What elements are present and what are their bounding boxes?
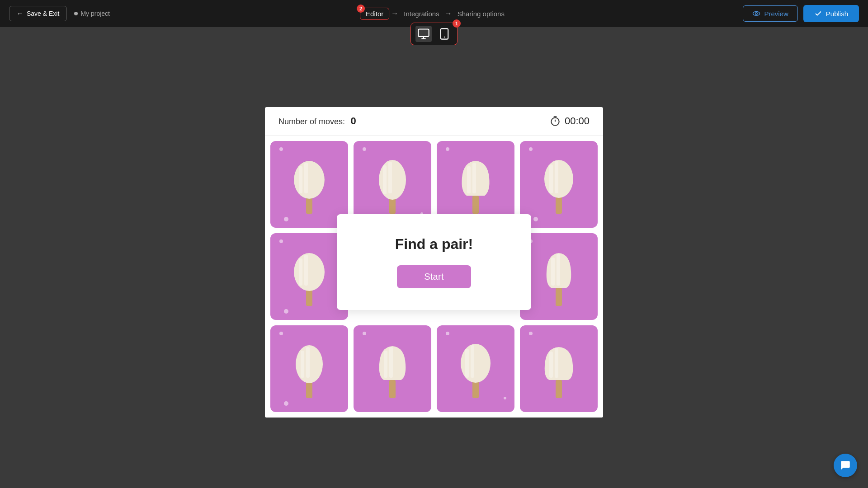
svg-rect-2 [418, 29, 429, 37]
timer-icon [549, 115, 561, 127]
svg-rect-21 [467, 166, 471, 193]
svg-rect-38 [389, 380, 396, 398]
svg-rect-22 [472, 163, 476, 193]
svg-rect-36 [301, 351, 304, 378]
nav-step-integrations[interactable]: Integrations [400, 8, 443, 19]
card-cell-9[interactable] [270, 325, 348, 412]
dot-decoration [284, 401, 288, 406]
find-pair-modal: Find a pair! Start [337, 214, 531, 310]
popsicle-icon [372, 337, 413, 400]
svg-rect-19 [388, 162, 392, 193]
topbar-center: 2 Editor → Integrations → Sharing option… [360, 8, 508, 20]
start-button[interactable]: Start [397, 265, 471, 288]
nav-step-sharing[interactable]: Sharing options [454, 8, 508, 19]
svg-point-24 [544, 160, 573, 198]
popsicle-icon [538, 337, 579, 400]
dot-decoration [279, 147, 283, 151]
svg-rect-32 [551, 258, 555, 286]
svg-rect-31 [556, 288, 562, 306]
timer-section: 00:00 [549, 115, 590, 127]
project-name: My project [74, 10, 110, 17]
svg-rect-23 [556, 196, 562, 214]
eye-icon [752, 9, 760, 18]
desktop-icon [417, 28, 430, 40]
nav-arrow-2: → [445, 9, 452, 18]
svg-rect-45 [556, 380, 562, 398]
device-switcher: 1 [410, 23, 458, 45]
publish-label: Publish [826, 10, 848, 18]
svg-rect-37 [306, 347, 310, 378]
popsicle-icon [455, 337, 496, 400]
svg-point-42 [461, 344, 491, 383]
topbar-left: ← Save & Exit My project [9, 6, 110, 21]
editor-badge: 2 [357, 5, 365, 13]
card-cell-11[interactable] [437, 325, 514, 412]
dot-decoration [363, 332, 366, 335]
dot-decoration [284, 217, 288, 221]
dot-decoration [284, 309, 288, 314]
svg-rect-25 [549, 164, 553, 193]
save-exit-label: Save & Exit [27, 10, 59, 17]
desktop-view-button[interactable] [415, 26, 432, 42]
chat-bubble-button[interactable] [834, 454, 857, 477]
timer-value: 00:00 [565, 115, 590, 127]
dot-decoration [446, 332, 449, 335]
project-name-label: My project [80, 10, 110, 17]
svg-rect-33 [557, 254, 560, 286]
stats-bar: Number of moves: 0 00:00 [265, 107, 603, 136]
publish-button[interactable]: Publish [803, 5, 859, 22]
dot-decoration [363, 147, 366, 151]
card-cell-4[interactable] [520, 141, 598, 228]
popsicle-icon [538, 153, 579, 216]
card-cell-8[interactable] [520, 233, 598, 320]
popsicle-icon [289, 245, 330, 308]
card-cell-12[interactable] [520, 325, 598, 412]
nav-step-editor[interactable]: 2 Editor [360, 8, 389, 20]
nav-arrow-1: → [391, 9, 398, 18]
dot-decoration [504, 397, 506, 399]
moves-label: Number of moves: [278, 117, 345, 126]
chat-icon [840, 460, 851, 471]
svg-rect-30 [304, 255, 308, 286]
moves-count: 0 [351, 115, 356, 127]
dot-decoration [446, 147, 449, 151]
popsicle-icon [372, 153, 413, 216]
svg-rect-46 [549, 352, 553, 378]
popsicle-icon [455, 153, 496, 216]
card-cell-10[interactable] [354, 325, 431, 412]
dot-decoration [279, 332, 283, 335]
dot-decoration [279, 239, 283, 243]
editor-label: Editor [366, 10, 383, 18]
svg-rect-18 [383, 165, 387, 194]
save-exit-button[interactable]: ← Save & Exit [9, 6, 67, 21]
mobile-icon [438, 28, 451, 40]
project-dot-icon [74, 12, 78, 15]
svg-point-28 [294, 253, 325, 291]
preview-label: Preview [764, 10, 788, 18]
svg-rect-13 [299, 166, 302, 193]
popsicle-icon [289, 153, 330, 216]
svg-rect-14 [304, 163, 308, 193]
svg-rect-40 [389, 347, 393, 378]
game-canvas: Number of moves: 0 00:00 [265, 107, 603, 418]
dot-decoration [529, 147, 533, 151]
mobile-view-button[interactable] [436, 26, 453, 42]
preview-button[interactable]: Preview [743, 5, 797, 22]
svg-point-1 [755, 13, 758, 15]
svg-rect-47 [555, 348, 558, 378]
svg-rect-44 [471, 345, 474, 378]
dot-decoration [533, 217, 538, 221]
svg-rect-43 [465, 349, 469, 378]
main-content: Number of moves: 0 00:00 [0, 27, 868, 488]
arrow-left-icon: ← [17, 10, 23, 17]
dot-decoration [529, 332, 533, 335]
integrations-label: Integrations [404, 10, 439, 18]
svg-rect-29 [299, 258, 302, 286]
popsicle-icon [289, 337, 330, 400]
card-cell-1[interactable] [270, 141, 348, 228]
moves-section: Number of moves: 0 [278, 115, 356, 127]
svg-rect-20 [472, 196, 479, 214]
sharing-label: Sharing options [458, 10, 505, 18]
check-icon [814, 9, 822, 18]
topbar-right: Preview Publish [743, 5, 859, 22]
